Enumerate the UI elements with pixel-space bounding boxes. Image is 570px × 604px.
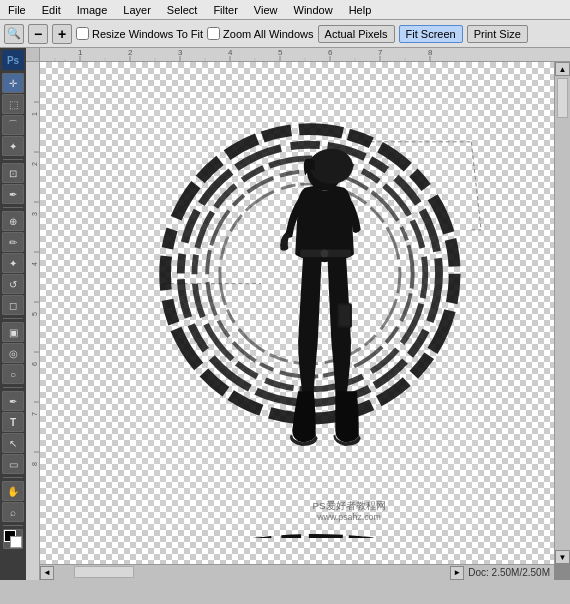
clone-tool[interactable]: ✦ [2, 253, 24, 273]
move-tool[interactable]: ✛ [2, 73, 24, 93]
zoom-minus-btn[interactable]: − [28, 24, 48, 44]
ps-logo-text: Ps [7, 55, 19, 66]
tool-separator-1 [3, 159, 23, 160]
eraser-tool[interactable]: ◻ [2, 295, 24, 315]
hscroll-left-btn[interactable]: ◄ [40, 566, 54, 580]
print-size-btn[interactable]: Print Size [467, 25, 528, 43]
svg-text:5: 5 [31, 312, 38, 316]
watermark-text: PS爱好者教程网 [313, 500, 386, 511]
crop-tool[interactable]: ⊡ [2, 163, 24, 183]
minus-icon: − [34, 26, 42, 42]
dodge-tool[interactable]: ○ [2, 364, 24, 384]
hscroll-right-btn[interactable]: ► [450, 566, 464, 580]
tool-separator-3 [3, 318, 23, 319]
actual-pixels-btn[interactable]: Actual Pixels [318, 25, 395, 43]
resize-windows-checkbox[interactable] [76, 27, 89, 40]
type-tool[interactable]: T [2, 412, 24, 432]
ruler-corner [26, 48, 40, 62]
tool-separator-2 [3, 207, 23, 208]
fg-bg-colors[interactable] [3, 529, 23, 549]
fit-screen-btn[interactable]: Fit Screen [399, 25, 463, 43]
zoom-canvas-tool[interactable]: ⌕ [2, 502, 24, 522]
hscroll-thumb[interactable] [74, 566, 134, 578]
menu-view[interactable]: View [250, 3, 282, 17]
vscroll-thumb[interactable] [557, 78, 568, 118]
spot-heal-tool[interactable]: ⊕ [2, 211, 24, 231]
zoom-all-checkbox[interactable] [207, 27, 220, 40]
plus-icon: + [58, 26, 66, 42]
blur-tool[interactable]: ◎ [2, 343, 24, 363]
artwork-svg: PS爱好者教程网 www.psahz.com [105, 88, 505, 538]
path-selection-tool[interactable]: ↖ [2, 433, 24, 453]
svg-text:2: 2 [31, 162, 38, 166]
pen-tool[interactable]: ✒ [2, 391, 24, 411]
svg-rect-26 [26, 62, 40, 580]
hand-tool[interactable]: ✋ [2, 481, 24, 501]
vscroll-up-btn[interactable]: ▲ [555, 62, 570, 76]
magic-wand-tool[interactable]: ✦ [2, 136, 24, 156]
canvas[interactable]: PS爱好者教程网 www.psahz.com [40, 62, 570, 564]
svg-point-53 [207, 536, 422, 538]
canvas-content: PS爱好者教程网 www.psahz.com [40, 62, 570, 564]
svg-text:8: 8 [428, 48, 433, 57]
svg-text:1: 1 [78, 48, 83, 57]
tool-separator-4 [3, 387, 23, 388]
menu-bar: File Edit Image Layer Select Filter View… [0, 0, 570, 20]
svg-text:6: 6 [31, 362, 38, 366]
vscroll-down-btn[interactable]: ▼ [555, 550, 570, 564]
svg-point-62 [321, 249, 329, 257]
svg-text:4: 4 [31, 262, 38, 266]
zoom-plus-btn[interactable]: + [52, 24, 72, 44]
svg-text:2: 2 [128, 48, 133, 57]
zoom-all-label[interactable]: Zoom All Windows [207, 27, 313, 40]
svg-point-60 [310, 149, 353, 184]
resize-windows-text: Resize Windows To Fit [92, 28, 203, 40]
svg-text:7: 7 [378, 48, 383, 57]
gradient-tool[interactable]: ▣ [2, 322, 24, 342]
vertical-scrollbar[interactable]: ▲ ▼ [554, 62, 570, 564]
marquee-tool[interactable]: ⬚ [2, 94, 24, 114]
hscroll-track[interactable] [54, 565, 450, 580]
svg-text:5: 5 [278, 48, 283, 57]
menu-file[interactable]: File [4, 3, 30, 17]
menu-layer[interactable]: Layer [119, 3, 155, 17]
vscroll-track[interactable] [555, 78, 570, 118]
ruler-top: 1 2 3 4 5 6 7 8 [40, 48, 570, 62]
svg-text:3: 3 [178, 48, 183, 57]
svg-text:1: 1 [31, 112, 38, 116]
tool-separator-6 [3, 525, 23, 526]
ps-logo: Ps [2, 50, 24, 70]
svg-text:6: 6 [328, 48, 333, 57]
lasso-tool[interactable]: ⌒ [2, 115, 24, 135]
svg-text:3: 3 [31, 212, 38, 216]
eyedropper-tool[interactable]: ✒ [2, 184, 24, 204]
svg-text:8: 8 [31, 462, 38, 466]
svg-text:7: 7 [31, 412, 38, 416]
menu-help[interactable]: Help [345, 3, 376, 17]
side-toolbar: Ps ✛ ⬚ ⌒ ✦ ⊡ ✒ ⊕ ✏ ✦ ↺ ◻ ▣ ◎ ○ ✒ T ↖ ▭ ✋… [0, 48, 26, 580]
resize-windows-label[interactable]: Resize Windows To Fit [76, 27, 203, 40]
ruler-left: 1 2 3 4 5 6 7 8 [26, 62, 40, 580]
svg-text:4: 4 [228, 48, 233, 57]
tool-separator-5 [3, 477, 23, 478]
menu-edit[interactable]: Edit [38, 3, 65, 17]
zoom-all-text: Zoom All Windows [223, 28, 313, 40]
main-area: Ps ✛ ⬚ ⌒ ✦ ⊡ ✒ ⊕ ✏ ✦ ↺ ◻ ▣ ◎ ○ ✒ T ↖ ▭ ✋… [0, 48, 570, 580]
brush-tool[interactable]: ✏ [2, 232, 24, 252]
canvas-area: 1 2 3 4 5 6 7 8 [26, 48, 570, 580]
toolbar: 🔍 − + Resize Windows To Fit Zoom All Win… [0, 20, 570, 48]
history-brush-tool[interactable]: ↺ [2, 274, 24, 294]
menu-select[interactable]: Select [163, 3, 202, 17]
doc-size-status: Doc: 2.50M/2.50M [464, 567, 554, 578]
shape-tool[interactable]: ▭ [2, 454, 24, 474]
menu-filter[interactable]: Filter [209, 3, 241, 17]
svg-rect-64 [339, 305, 350, 326]
watermark-url: www.psahz.com [316, 512, 381, 522]
menu-window[interactable]: Window [290, 3, 337, 17]
horizontal-scrollbar[interactable]: ◄ ► Doc: 2.50M/2.50M [40, 564, 554, 580]
zoom-icon: 🔍 [7, 27, 21, 40]
zoom-tool-btn[interactable]: 🔍 [4, 24, 24, 44]
menu-image[interactable]: Image [73, 3, 112, 17]
